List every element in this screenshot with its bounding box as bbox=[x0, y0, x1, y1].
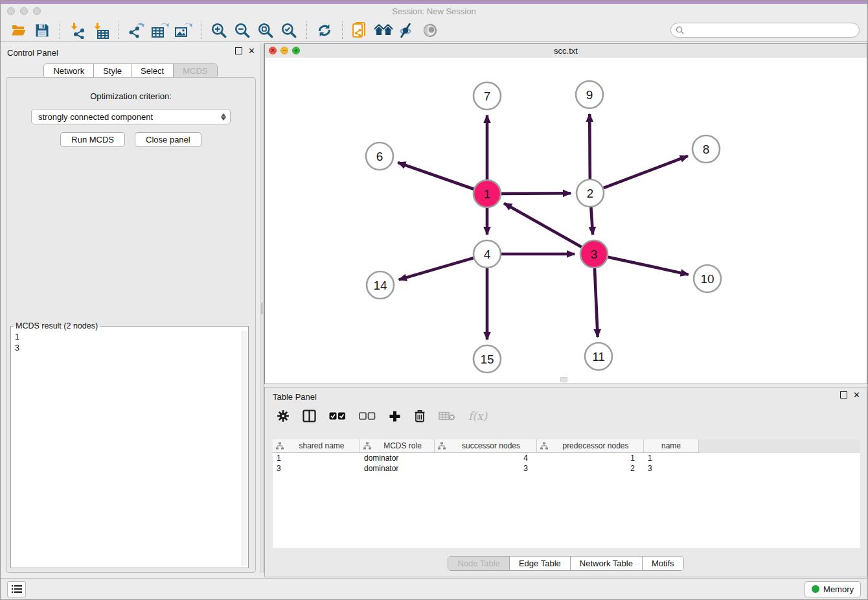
hide-selected-button[interactable] bbox=[397, 21, 417, 40]
export-image-button[interactable] bbox=[174, 21, 193, 40]
column-header-successor-nodes[interactable]: successor nodes bbox=[435, 439, 537, 453]
trash-icon bbox=[414, 410, 426, 422]
main-toolbar bbox=[1, 19, 867, 42]
add-column-button[interactable] bbox=[389, 410, 401, 422]
table-cell: 1 bbox=[537, 453, 644, 463]
control-panel-title: Control Panel bbox=[7, 48, 58, 58]
table-panel: Table Panel ✕ bbox=[264, 387, 867, 577]
network-canvas[interactable]: 1234678910111415 bbox=[265, 58, 867, 384]
zoom-selected-button[interactable] bbox=[279, 21, 299, 40]
import-network-icon bbox=[69, 22, 86, 39]
column-layout-button[interactable] bbox=[303, 410, 316, 422]
edge-2-9[interactable] bbox=[589, 114, 590, 179]
application-window: Session: New Session bbox=[0, 0, 868, 600]
edge-1-6[interactable] bbox=[398, 163, 474, 189]
memory-button[interactable]: Memory bbox=[805, 581, 861, 597]
edge-1-2[interactable] bbox=[501, 193, 571, 194]
column-header-shared-name[interactable]: shared name bbox=[273, 439, 360, 453]
tab-mcds[interactable]: MCDS bbox=[173, 64, 216, 78]
table-cell: 1 bbox=[644, 453, 699, 463]
search-input[interactable] bbox=[687, 25, 859, 36]
network-titlebar[interactable]: ✕ − + scc.txt bbox=[265, 44, 867, 58]
clone-network-icon bbox=[352, 21, 369, 40]
search-icon bbox=[676, 26, 684, 34]
table-tabs: Node Table Edge Table Network Table Moti… bbox=[448, 556, 683, 571]
criterion-value: strongly connected component bbox=[38, 112, 221, 122]
function-builder-button[interactable]: f(x) bbox=[468, 410, 487, 422]
first-neighbors-button[interactable] bbox=[374, 21, 393, 40]
tab-select[interactable]: Select bbox=[131, 64, 173, 78]
edge-4-14[interactable] bbox=[399, 258, 474, 279]
clone-network-button[interactable] bbox=[350, 21, 370, 40]
zoom-fit-button[interactable] bbox=[256, 21, 275, 40]
table-row[interactable]: 1dominator411 bbox=[273, 453, 860, 463]
toolbar-separator bbox=[306, 21, 307, 39]
table-cell: 3 bbox=[273, 463, 360, 474]
export-table-button[interactable] bbox=[150, 21, 170, 40]
close-panel-icon[interactable]: ✕ bbox=[248, 47, 255, 54]
hierarchy-icon bbox=[438, 442, 446, 450]
delete-table-button[interactable] bbox=[439, 411, 455, 421]
edge-2-3[interactable] bbox=[591, 207, 593, 235]
control-panel: Control Panel ✕ Network Style Select MCD… bbox=[1, 43, 260, 573]
close-panel-button[interactable]: Close panel bbox=[135, 132, 201, 147]
export-image-icon bbox=[174, 22, 192, 39]
zoom-in-button[interactable] bbox=[209, 21, 229, 40]
edge-3-11[interactable] bbox=[595, 268, 598, 337]
column-header-predecessor-nodes[interactable]: predecessor nodes bbox=[537, 439, 644, 453]
show-all-button[interactable] bbox=[420, 21, 440, 40]
delete-column-button[interactable] bbox=[414, 410, 426, 422]
tab-style[interactable]: Style bbox=[93, 64, 131, 78]
tab-motifs[interactable]: Motifs bbox=[642, 557, 683, 570]
result-scrollbar[interactable] bbox=[242, 331, 247, 566]
tab-edge-table[interactable]: Edge Table bbox=[509, 557, 570, 570]
node-label-11: 11 bbox=[592, 350, 605, 363]
column-header-MCDS-role[interactable]: MCDS role bbox=[360, 439, 435, 453]
network-title: scc.txt bbox=[265, 46, 867, 56]
tab-network[interactable]: Network bbox=[44, 64, 93, 78]
close-table-panel-icon[interactable]: ✕ bbox=[853, 391, 860, 398]
mcds-panel: Optimization criterion: strongly connect… bbox=[6, 77, 256, 573]
float-table-panel-icon[interactable] bbox=[840, 391, 847, 398]
tab-network-table[interactable]: Network Table bbox=[570, 557, 642, 570]
eye-slash-icon bbox=[398, 22, 416, 39]
import-table-button[interactable] bbox=[91, 21, 111, 40]
edge-3-1[interactable] bbox=[504, 203, 582, 247]
node-label-1: 1 bbox=[484, 187, 491, 201]
deselect-all-columns-button[interactable] bbox=[359, 412, 376, 421]
select-stepper-icon bbox=[221, 113, 226, 121]
memory-status-icon bbox=[812, 585, 819, 593]
refresh-layout-button[interactable] bbox=[315, 21, 334, 40]
list-icon bbox=[12, 584, 22, 594]
mcds-result-box: MCDS result (2 nodes) 1 3 bbox=[10, 321, 249, 568]
table-cell: 3 bbox=[435, 463, 537, 474]
export-network-button[interactable] bbox=[127, 21, 146, 40]
open-session-button[interactable] bbox=[9, 21, 29, 40]
tab-node-table[interactable]: Node Table bbox=[448, 557, 509, 570]
table-cell: dominator bbox=[360, 453, 435, 463]
run-mcds-button[interactable]: Run MCDS bbox=[60, 132, 125, 147]
canvas-grip[interactable] bbox=[560, 377, 567, 382]
edge-2-8[interactable] bbox=[604, 156, 688, 189]
select-all-columns-button[interactable] bbox=[329, 412, 346, 421]
table-settings-button[interactable] bbox=[277, 410, 290, 422]
edge-3-10[interactable] bbox=[608, 257, 688, 275]
float-panel-icon[interactable] bbox=[235, 47, 242, 54]
table-cell: 1 bbox=[273, 453, 360, 463]
save-session-button[interactable] bbox=[32, 21, 52, 40]
column-header-name[interactable]: name bbox=[644, 439, 699, 453]
zoom-out-button[interactable] bbox=[233, 21, 252, 40]
table-cell: 4 bbox=[435, 453, 537, 463]
columns-icon bbox=[303, 410, 316, 422]
status-bar: Memory bbox=[1, 578, 867, 599]
node-label-8: 8 bbox=[703, 143, 710, 156]
search-field[interactable] bbox=[670, 23, 860, 38]
toolbar-separator bbox=[342, 21, 343, 39]
mcds-result-text: 1 3 bbox=[11, 330, 242, 566]
table-row[interactable]: 3dominator323 bbox=[273, 463, 860, 474]
import-network-button[interactable] bbox=[68, 21, 87, 40]
show-task-history-button[interactable] bbox=[7, 581, 26, 597]
table-header-row: shared nameMCDS rolesuccessor nodesprede… bbox=[273, 439, 860, 453]
toolbar-separator bbox=[60, 21, 60, 39]
criterion-select[interactable]: strongly connected component bbox=[31, 109, 231, 124]
